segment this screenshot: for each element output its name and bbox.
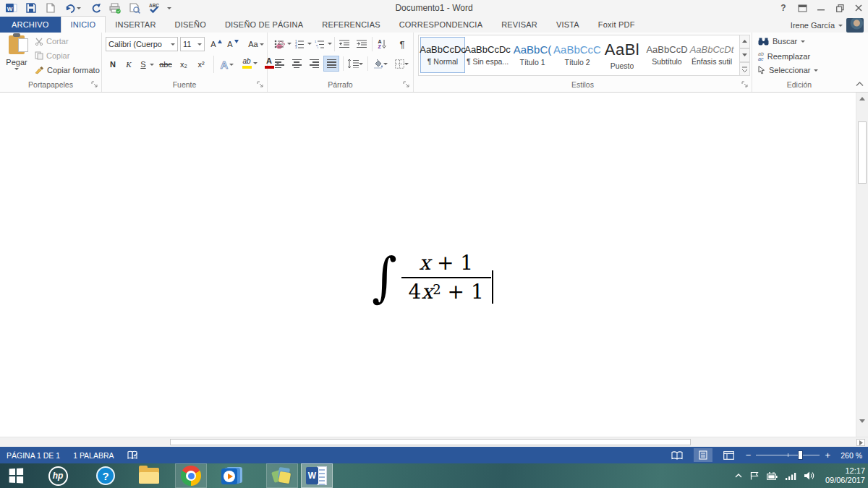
- align-right-button[interactable]: [307, 56, 321, 71]
- taskbar-hp-app[interactable]: hp: [42, 463, 74, 488]
- styles-scroll-down[interactable]: [739, 48, 750, 62]
- word-count[interactable]: 1 PALABRA: [73, 451, 114, 460]
- word-logo-icon[interactable]: W: [5, 2, 18, 14]
- font-size-combobox[interactable]: 11: [180, 37, 205, 51]
- italic-button[interactable]: K: [124, 57, 134, 72]
- undo-icon[interactable]: [64, 2, 82, 14]
- tab-diseno[interactable]: DISEÑO: [166, 17, 216, 33]
- grow-font-button[interactable]: A: [209, 37, 224, 51]
- account-area[interactable]: Irene García: [791, 18, 864, 33]
- tab-vista[interactable]: VISTA: [547, 17, 589, 33]
- vertical-scrollbar[interactable]: [856, 93, 868, 437]
- tab-referencias[interactable]: REFERENCIAS: [312, 17, 389, 33]
- font-name-combobox[interactable]: Calibri (Cuerpo: [106, 37, 178, 51]
- style-normal[interactable]: AaBbCcDc¶ Normal: [420, 37, 465, 73]
- font-dialog-launcher[interactable]: [257, 81, 265, 89]
- copy-button[interactable]: Copiar: [35, 51, 69, 60]
- horizontal-scroll-thumb[interactable]: [170, 439, 691, 445]
- volume-icon[interactable]: [804, 471, 814, 480]
- numbering-button[interactable]: 123: [292, 37, 307, 51]
- increase-indent-button[interactable]: [354, 37, 369, 51]
- zoom-level[interactable]: 260 %: [838, 451, 862, 460]
- taskbar-chrome[interactable]: [175, 463, 207, 488]
- subscript-button[interactable]: x₂: [177, 57, 190, 72]
- change-case-button[interactable]: Aa: [247, 37, 265, 51]
- justify-button[interactable]: [324, 56, 339, 71]
- tab-revisar[interactable]: REVISAR: [492, 17, 547, 33]
- scroll-up-arrow[interactable]: [858, 97, 867, 100]
- zoom-track[interactable]: [756, 450, 820, 460]
- taskbar-word[interactable]: W: [301, 463, 333, 488]
- text-effects-button[interactable]: A: [218, 57, 237, 72]
- select-button[interactable]: Seleccionar: [758, 66, 818, 74]
- print-preview-icon[interactable]: [128, 2, 141, 14]
- network-signal-icon[interactable]: [786, 472, 796, 480]
- horizontal-scrollbar[interactable]: [0, 437, 868, 447]
- line-spacing-button[interactable]: [346, 56, 365, 71]
- close-button[interactable]: [849, 0, 868, 16]
- clipboard-dialog-launcher[interactable]: [91, 81, 99, 89]
- replace-button[interactable]: abac Reemplazar: [758, 51, 810, 61]
- start-button[interactable]: [0, 463, 32, 488]
- style-enfasis-sutil[interactable]: AaBbCcDtÉnfasis sutil: [689, 37, 734, 73]
- borders-button[interactable]: [392, 56, 411, 71]
- tab-archivo[interactable]: ARCHIVO: [0, 17, 61, 33]
- underline-button[interactable]: S: [138, 57, 148, 72]
- underline-caret[interactable]: [150, 64, 154, 66]
- cut-button[interactable]: Cortar: [35, 37, 69, 46]
- document-page[interactable]: ∫ x + 1 4x2 + 1: [0, 93, 856, 436]
- format-painter-button[interactable]: Copiar formato: [35, 66, 100, 74]
- paragraph-dialog-launcher[interactable]: [403, 81, 411, 89]
- web-layout-button[interactable]: [720, 448, 739, 462]
- zoom-thumb[interactable]: [798, 450, 803, 460]
- strikethrough-button[interactable]: abc: [158, 57, 174, 72]
- avatar[interactable]: [846, 18, 864, 33]
- taskbar-sticky-notes[interactable]: [266, 463, 298, 488]
- bold-button[interactable]: N: [107, 57, 119, 72]
- equation[interactable]: ∫ x + 1 4x2 + 1: [370, 248, 493, 306]
- print-layout-button[interactable]: [694, 448, 712, 462]
- tab-inicio[interactable]: INICIO: [61, 16, 106, 33]
- style-subtitulo[interactable]: AaBbCcDSubtítulo: [644, 37, 689, 73]
- scroll-down-arrow[interactable]: [858, 419, 867, 423]
- sort-button[interactable]: AZ: [375, 37, 389, 51]
- multilevel-list-button[interactable]: 1ai: [312, 37, 327, 51]
- qat-customize-caret[interactable]: [167, 7, 171, 9]
- shrink-font-button[interactable]: A: [226, 37, 240, 51]
- zoom-slider[interactable]: − +: [746, 450, 830, 460]
- zoom-out-button[interactable]: −: [746, 450, 752, 460]
- superscript-button[interactable]: x²: [195, 57, 208, 72]
- spelling-icon[interactable]: ABC: [148, 2, 161, 14]
- minimize-button[interactable]: [812, 0, 830, 16]
- zoom-in-button[interactable]: +: [825, 450, 830, 460]
- style-sin-espaciado[interactable]: AaBbCcDc¶ Sin espa...: [465, 37, 510, 73]
- styles-gallery-more[interactable]: [739, 62, 750, 76]
- action-center-icon[interactable]: [750, 471, 759, 480]
- quick-print-icon[interactable]: [109, 2, 122, 14]
- tab-insertar[interactable]: INSERTAR: [106, 17, 165, 33]
- save-icon[interactable]: [25, 2, 38, 14]
- restore-button[interactable]: [830, 0, 849, 16]
- help-button[interactable]: ?: [774, 0, 793, 16]
- vertical-scroll-thumb[interactable]: [858, 121, 867, 184]
- hidden-icons-chevron[interactable]: [735, 474, 742, 478]
- taskbar-help-app[interactable]: ?: [90, 463, 122, 488]
- shading-button[interactable]: [370, 56, 389, 71]
- battery-icon[interactable]: [767, 472, 778, 480]
- styles-scroll-up[interactable]: [739, 35, 750, 48]
- scroll-right-arrow[interactable]: [856, 439, 865, 446]
- find-button[interactable]: Buscar: [758, 37, 805, 46]
- decrease-indent-button[interactable]: [337, 37, 352, 51]
- page-indicator[interactable]: PÁGINA 1 DE 1: [7, 451, 60, 460]
- tab-diseno-de-pagina[interactable]: DISEÑO DE PÁGINA: [216, 17, 312, 33]
- ribbon-display-options-button[interactable]: [793, 0, 812, 16]
- highlight-color-button[interactable]: ab: [239, 56, 260, 70]
- style-titulo-2[interactable]: AaBbCcCTítulo 2: [555, 37, 600, 73]
- undo-caret[interactable]: [77, 7, 81, 9]
- align-left-button[interactable]: [272, 56, 286, 71]
- tab-foxit-pdf[interactable]: Foxit PDF: [589, 17, 644, 33]
- tab-correspondencia[interactable]: CORRESPONDENCIA: [390, 17, 492, 33]
- new-document-icon[interactable]: [44, 2, 57, 14]
- read-mode-button[interactable]: [668, 448, 686, 462]
- clock[interactable]: 12:1709/06/2017: [822, 466, 865, 485]
